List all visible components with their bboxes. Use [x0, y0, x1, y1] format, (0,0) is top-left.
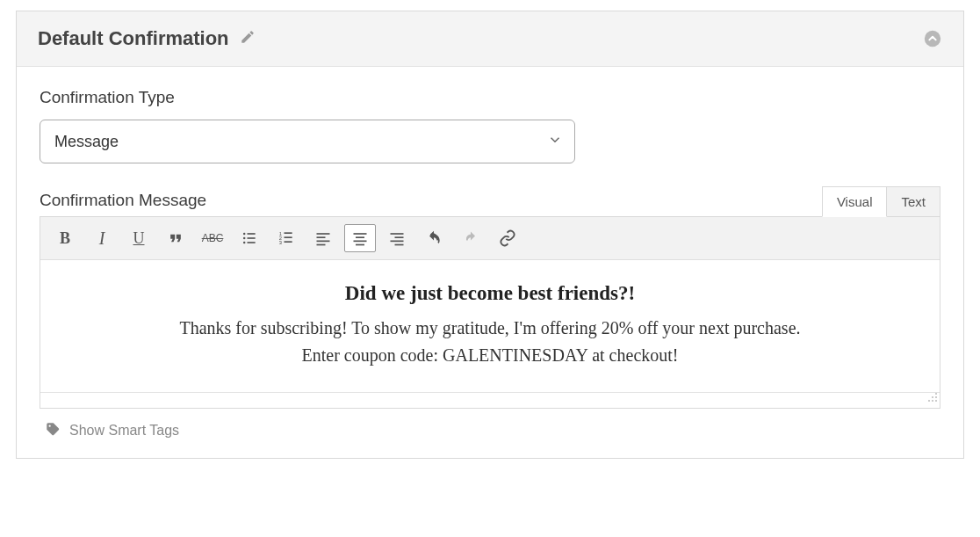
svg-rect-14 [317, 236, 326, 238]
svg-rect-19 [354, 241, 367, 243]
confirmation-type-select-wrap: Message [40, 120, 575, 163]
svg-text:3: 3 [279, 240, 282, 245]
align-left-button[interactable] [307, 224, 339, 252]
svg-point-1 [243, 233, 246, 236]
show-smart-tags-link[interactable]: Show Smart Tags [40, 421, 940, 440]
svg-rect-22 [395, 236, 404, 238]
underline-button[interactable]: U [123, 224, 155, 252]
message-line-1: Thanks for subscribing! To show my grati… [61, 315, 919, 342]
svg-rect-17 [354, 233, 367, 235]
message-heading: Did we just become best friends?! [61, 278, 919, 309]
svg-rect-12 [285, 241, 292, 243]
svg-rect-20 [356, 244, 364, 246]
undo-button[interactable] [418, 224, 450, 252]
svg-point-26 [932, 396, 933, 398]
svg-rect-23 [391, 241, 404, 243]
svg-rect-21 [391, 233, 404, 235]
numbered-list-button[interactable]: 123 [270, 224, 302, 252]
svg-rect-13 [317, 233, 330, 235]
editor-tabs: Visual Text [822, 186, 940, 217]
confirmation-type-select[interactable]: Message [40, 120, 575, 163]
blockquote-button[interactable] [160, 224, 191, 252]
chevron-up-icon[interactable] [923, 29, 942, 48]
panel-title: Default Confirmation [38, 27, 229, 50]
panel-header[interactable]: Default Confirmation [17, 11, 963, 67]
bold-button[interactable]: B [49, 224, 81, 252]
italic-button[interactable]: I [86, 224, 118, 252]
pencil-icon[interactable] [240, 27, 256, 50]
select-value: Message [54, 133, 119, 151]
align-right-button[interactable] [381, 224, 413, 252]
svg-rect-10 [285, 232, 292, 234]
strikethrough-button[interactable]: ABC [197, 224, 228, 252]
svg-point-25 [935, 393, 937, 395]
confirmation-type-label: Confirmation Type [40, 88, 940, 107]
svg-rect-5 [248, 237, 256, 239]
wysiwyg-editor: B I U ABC 123 [40, 216, 940, 409]
editor-statusbar [40, 392, 940, 408]
svg-point-27 [935, 396, 937, 398]
resize-grip-icon[interactable] [927, 390, 938, 406]
align-center-button[interactable] [344, 224, 376, 252]
tab-visual[interactable]: Visual [822, 186, 888, 217]
svg-point-2 [243, 237, 246, 240]
svg-rect-24 [395, 244, 404, 246]
panel-body: Confirmation Type Message Confirmation M… [17, 67, 963, 458]
svg-point-0 [925, 31, 940, 47]
svg-rect-15 [317, 241, 330, 243]
svg-rect-11 [285, 236, 292, 238]
redo-button[interactable] [455, 224, 486, 252]
confirmation-panel: Default Confirmation Confirmation Type M… [16, 11, 964, 459]
bullet-list-button[interactable] [234, 224, 265, 252]
smart-tags-label: Show Smart Tags [69, 423, 179, 439]
svg-rect-6 [248, 242, 256, 243]
svg-rect-18 [356, 236, 364, 238]
confirmation-message-label: Confirmation Message [40, 191, 206, 210]
svg-rect-16 [317, 244, 326, 246]
svg-point-3 [243, 242, 246, 244]
tag-icon [45, 421, 61, 440]
svg-rect-4 [248, 233, 256, 235]
editor-content[interactable]: Did we just become best friends?! Thanks… [40, 260, 940, 392]
editor-toolbar: B I U ABC 123 [40, 217, 940, 260]
svg-point-29 [932, 400, 933, 402]
tab-text[interactable]: Text [887, 186, 940, 217]
svg-point-30 [935, 400, 937, 402]
message-line-2: Enter coupon code: GALENTINESDAY at chec… [61, 342, 919, 369]
panel-title-wrap: Default Confirmation [38, 27, 256, 50]
svg-point-28 [928, 400, 930, 402]
link-button[interactable] [492, 224, 523, 252]
message-label-row: Confirmation Message Visual Text [40, 186, 940, 217]
